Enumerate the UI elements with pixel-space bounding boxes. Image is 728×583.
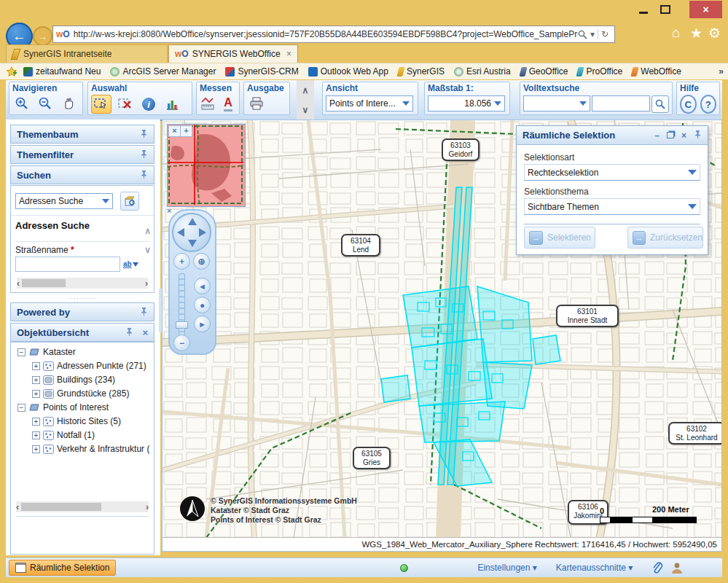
- toolbar-scroll-up-icon[interactable]: ∧: [302, 85, 309, 95]
- address-bar[interactable]: wO http://w-ws-krejci:8080/WebOffice/syn…: [52, 26, 615, 43]
- tree-item-label[interactable]: Points of Interest: [43, 402, 109, 412]
- pin-icon[interactable]: [140, 149, 148, 160]
- scroll-right-icon[interactable]: ›: [146, 502, 149, 512]
- tree-item-kataster[interactable]: − Kataster: [17, 347, 76, 357]
- user-icon[interactable]: [670, 561, 684, 574]
- scroll-thumb[interactable]: [21, 503, 101, 511]
- tab-weboffice-active[interactable]: wO SYNERGIS WebOffice WebO... ×: [168, 44, 298, 63]
- panel-close-icon[interactable]: ×: [681, 130, 686, 141]
- tree-item-label[interactable]: Buildings (234): [57, 375, 115, 385]
- expand-icon[interactable]: +: [32, 445, 40, 453]
- attachment-icon[interactable]: [651, 561, 663, 574]
- panel-titlebar[interactable]: Räumliche Selektion – ×: [517, 126, 708, 145]
- help-button[interactable]: ?: [700, 95, 717, 114]
- favorites-icon[interactable]: ★: [690, 25, 702, 42]
- favorite-item[interactable]: GeoOffice: [520, 66, 568, 77]
- url-text[interactable]: http://w-ws-krejci:8080/WebOffice/synser…: [74, 29, 578, 39]
- scroll-down-icon[interactable]: ∨: [144, 245, 151, 255]
- overview-close-icon[interactable]: ×: [168, 125, 181, 137]
- print-icon[interactable]: [247, 95, 266, 112]
- search-type-select[interactable]: Adressen Suche: [15, 193, 113, 209]
- pan-east-icon[interactable]: [199, 228, 206, 237]
- search-hscrollbar[interactable]: ‹ ›: [17, 278, 148, 289]
- favorite-item[interactable]: ProOffice: [577, 66, 622, 77]
- tree-item-points-of-interest[interactable]: − Points of Interest: [17, 402, 109, 412]
- window-minimize-button[interactable]: [633, 4, 654, 16]
- chart-tool-icon[interactable]: [163, 95, 181, 113]
- pan-south-icon[interactable]: [188, 240, 197, 247]
- tree-item-label[interactable]: Grundstücke (285): [57, 388, 129, 399]
- overview-move-icon[interactable]: +: [180, 125, 192, 137]
- pin-icon[interactable]: [140, 129, 148, 140]
- tree-item-label[interactable]: Verkehr & Infrastruktur (: [57, 444, 149, 454]
- refresh-icon[interactable]: ↻: [598, 29, 611, 39]
- favorite-item[interactable]: zeitaufwand Neu: [23, 66, 101, 77]
- pin-icon[interactable]: [125, 327, 133, 338]
- tools-gear-icon[interactable]: ⚙: [708, 25, 721, 42]
- tree-item-label[interactable]: Adressen Punkte (271): [57, 361, 146, 371]
- scroll-left-icon[interactable]: ‹: [16, 502, 19, 512]
- sidebar-item-suchen[interactable]: Suchen: [10, 165, 154, 184]
- panel-restore-icon[interactable]: [667, 130, 674, 141]
- search-dropdown-icon[interactable]: ▾: [587, 29, 598, 39]
- context-help-button[interactable]: C: [680, 95, 697, 114]
- favorite-item[interactable]: Outlook Web App: [308, 66, 388, 77]
- fulltext-search-button[interactable]: [651, 95, 669, 113]
- select-button[interactable]: → Selektieren: [524, 227, 595, 249]
- selection-theme-select[interactable]: Sichtbare Themen: [524, 198, 700, 215]
- favorite-item[interactable]: SynerGIS-CRM: [225, 66, 298, 77]
- panel-minimize-icon[interactable]: –: [654, 130, 659, 141]
- sort-ab-icon[interactable]: ab: [123, 260, 132, 268]
- home-icon[interactable]: ⌂: [672, 25, 680, 41]
- tree-item-verkehr-infrastruktur[interactable]: + Verkehr & Infrastruktur (: [32, 444, 149, 454]
- search-icon[interactable]: [578, 30, 587, 39]
- settings-menu[interactable]: Einstellungen ▾: [477, 563, 536, 573]
- search-theme-icon[interactable]: [120, 192, 139, 211]
- scroll-right-icon[interactable]: ›: [145, 278, 148, 289]
- overview-map[interactable]: × +: [167, 124, 246, 207]
- zoom-slider-thumb[interactable]: [176, 321, 188, 329]
- favorite-item[interactable]: WebOffice: [632, 66, 681, 77]
- scroll-thumb[interactable]: [22, 279, 66, 287]
- street-name-input[interactable]: [15, 257, 120, 272]
- next-extent-button[interactable]: ▸: [194, 316, 211, 332]
- tree-hscrollbar[interactable]: ‹ ›: [16, 501, 149, 512]
- pin-icon[interactable]: [140, 170, 148, 181]
- tree-item-label[interactable]: Notfall (1): [57, 430, 95, 440]
- measure-distance-icon[interactable]: [200, 95, 216, 112]
- expand-icon[interactable]: +: [32, 431, 40, 439]
- task-raeumliche-selektion[interactable]: Räumliche Selektion: [9, 560, 116, 576]
- scroll-left-icon[interactable]: ‹: [17, 278, 20, 289]
- favorite-item[interactable]: Esri Austria: [454, 66, 511, 77]
- collapse-icon[interactable]: −: [17, 348, 26, 356]
- toolbar-scroll-down-icon[interactable]: ∨: [302, 105, 309, 115]
- zoom-out-button[interactable]: −: [173, 334, 190, 351]
- view-select[interactable]: Points of Intere...: [326, 95, 413, 111]
- expand-icon[interactable]: +: [32, 362, 40, 370]
- favorite-item[interactable]: SynerGIS: [398, 66, 445, 77]
- favorite-item[interactable]: ArcGIS Server Manager: [110, 66, 216, 77]
- zoom-in-button[interactable]: +: [173, 253, 190, 270]
- pin-icon[interactable]: [694, 130, 702, 141]
- panel-splitter[interactable]: ··········: [6, 294, 159, 302]
- expand-icon[interactable]: +: [32, 390, 40, 398]
- favorites-overflow-icon[interactable]: »: [719, 66, 724, 77]
- tab-close-icon[interactable]: ×: [282, 49, 291, 59]
- label-text-icon[interactable]: A: [220, 95, 236, 112]
- pan-compass[interactable]: [172, 213, 211, 252]
- pan-west-icon[interactable]: [177, 228, 184, 237]
- scale-select[interactable]: 18.056: [428, 95, 505, 111]
- pan-hand-icon[interactable]: [59, 95, 78, 112]
- forward-button[interactable]: →: [33, 26, 52, 46]
- reset-button[interactable]: → Zurücksetzen: [627, 227, 703, 249]
- pan-north-icon[interactable]: [188, 218, 197, 225]
- current-extent-button[interactable]: ●: [194, 297, 211, 313]
- zoom-out-icon[interactable]: [36, 95, 55, 112]
- window-maximize-button[interactable]: [654, 4, 676, 16]
- scroll-up-icon[interactable]: ∧: [144, 226, 151, 236]
- expand-icon[interactable]: +: [32, 418, 40, 426]
- selection-type-select[interactable]: Rechteckselektion: [524, 164, 700, 181]
- expand-icon[interactable]: +: [32, 376, 40, 384]
- full-extent-button[interactable]: ⊕: [193, 253, 210, 270]
- tree-item-label[interactable]: Kataster: [43, 347, 76, 357]
